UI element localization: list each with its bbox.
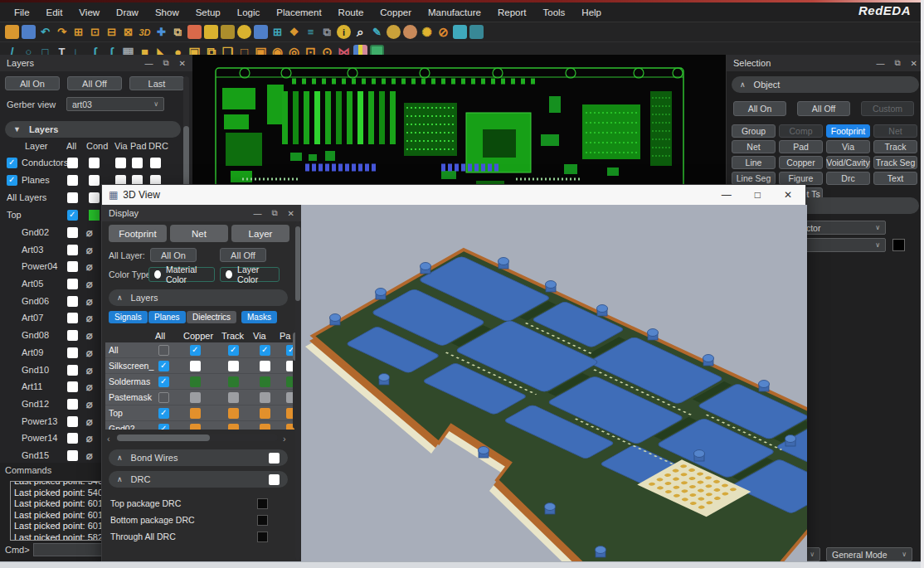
ban-icon[interactable]: ⊘	[436, 25, 450, 39]
world-icon[interactable]	[387, 25, 401, 39]
selection-all-on-button[interactable]: All On	[733, 101, 786, 116]
visibility-hidden-icon[interactable]: ⌀	[86, 398, 93, 410]
open-file-icon[interactable]	[5, 25, 19, 39]
layer-color-radio[interactable]: Layer Color	[220, 267, 280, 282]
pen-icon[interactable]: ✎	[370, 25, 384, 39]
via-cell[interactable]	[260, 361, 270, 371]
bond-wires-checkbox[interactable]	[269, 453, 280, 464]
layer-checkbox[interactable]	[67, 416, 78, 427]
copper-cell[interactable]	[190, 424, 201, 430]
delete-icon[interactable]	[187, 25, 202, 39]
object-filter-button[interactable]: Group	[732, 124, 776, 138]
3d-table-hscrollbar[interactable]	[115, 434, 278, 441]
layer-enable-checkbox[interactable]	[158, 408, 169, 419]
layer-checkbox[interactable]	[67, 245, 78, 255]
visibility-hidden-icon[interactable]: ⌀	[86, 244, 93, 256]
zoom-region-icon[interactable]: ⊡	[88, 25, 102, 39]
gerber-view-dropdown[interactable]: art03 ∨	[66, 97, 164, 111]
visibility-hidden-icon[interactable]: ⌀	[86, 260, 93, 273]
minimize-icon[interactable]: —	[722, 189, 732, 201]
flow-export-icon[interactable]	[453, 25, 467, 39]
minimize-icon[interactable]: —	[253, 209, 261, 218]
report-doc-icon[interactable]	[254, 25, 268, 39]
layer-checkbox[interactable]	[67, 279, 78, 289]
object-filter-button[interactable]: Track	[873, 140, 917, 153]
layer-checkbox[interactable]	[67, 330, 78, 341]
object-filter-button[interactable]: Line	[732, 156, 776, 169]
redo-icon[interactable]: ↷	[55, 25, 69, 39]
track-cell[interactable]	[228, 424, 239, 430]
visibility-hidden-icon[interactable]: ⌀	[86, 278, 93, 290]
object-filter-button[interactable]: Copper	[779, 156, 823, 169]
copper-cell[interactable]	[190, 361, 201, 371]
planes-checkbox[interactable]	[7, 175, 17, 186]
layer-checkbox[interactable]	[67, 347, 78, 358]
layer-color-swatch[interactable]	[892, 239, 905, 251]
menu-item[interactable]: Draw	[109, 5, 146, 20]
menu-item[interactable]: Manufacture	[421, 5, 489, 20]
copy-icon[interactable]: ⧉	[171, 25, 185, 39]
layer-enable-checkbox[interactable]	[158, 376, 169, 387]
layer-checkbox[interactable]	[67, 296, 78, 307]
info-icon[interactable]: i	[337, 25, 351, 39]
track-cell[interactable]	[228, 345, 239, 356]
visibility-hidden-icon[interactable]: ⌀	[86, 312, 93, 324]
move-icon[interactable]: ✚	[154, 25, 168, 39]
object-filter-button[interactable]: Track Seg	[873, 156, 917, 169]
menu-item[interactable]: Setup	[188, 5, 228, 20]
material-color-radio[interactable]: Material Color	[148, 267, 215, 282]
close-icon[interactable]: ✕	[288, 209, 294, 218]
menu-item[interactable]: Copper	[372, 5, 419, 20]
via-cell[interactable]	[260, 345, 270, 356]
gear-icon[interactable]: ✺	[420, 25, 434, 39]
3d-layers-section-header[interactable]: ∧ Layers	[109, 289, 288, 306]
display-all-off-button[interactable]: All Off	[220, 248, 266, 262]
drc-color-swatch[interactable]	[257, 498, 268, 509]
visibility-hidden-icon[interactable]: ⌀	[86, 381, 93, 393]
layer-checkbox[interactable]	[67, 227, 78, 238]
visibility-hidden-icon[interactable]: ⌀	[86, 449, 93, 462]
layer-enable-checkbox[interactable]	[158, 361, 169, 371]
unlock-icon[interactable]	[221, 25, 235, 39]
close-icon[interactable]: ✕	[911, 59, 917, 68]
track-cell[interactable]	[228, 361, 239, 371]
zoom-selected-icon[interactable]: ⊠	[121, 25, 135, 39]
object-filter-button[interactable]: Pad	[779, 140, 823, 153]
layer-checkbox[interactable]	[67, 313, 78, 323]
layer-checkbox[interactable]	[67, 450, 78, 461]
tab-layer[interactable]: Layer	[231, 225, 289, 242]
via-cell[interactable]	[260, 424, 270, 430]
bond-wires-section-header[interactable]: ∧ Bond Wires	[109, 449, 288, 466]
3d-view-icon[interactable]: 3D	[138, 25, 152, 39]
display-pane-titlebar[interactable]: Display — ⧉ ✕	[102, 205, 301, 221]
layer-checkbox[interactable]	[67, 261, 78, 272]
scroll-left-icon[interactable]: ‹	[107, 434, 110, 444]
copper-cell[interactable]	[190, 408, 201, 419]
menu-item[interactable]: Edit	[39, 5, 71, 20]
layers-panel-titlebar[interactable]: Layers — ⧉ ✕	[0, 55, 192, 71]
maximize-icon[interactable]: □	[755, 189, 761, 201]
menu-item[interactable]: Help	[574, 5, 609, 20]
menu-item[interactable]: Report	[490, 5, 534, 20]
via-cell[interactable]	[260, 408, 270, 419]
object-filter-button[interactable]: Net	[732, 140, 776, 153]
tab-footprint[interactable]: Footprint	[109, 225, 167, 242]
layer-checkbox[interactable]	[67, 433, 78, 444]
display-all-on-button[interactable]: All On	[150, 248, 197, 262]
display-pane-scrollbar[interactable]	[295, 221, 300, 560]
chip-masks[interactable]: Masks	[241, 311, 277, 323]
search-icon[interactable]: ⌕	[353, 25, 367, 39]
track-cell[interactable]	[228, 408, 239, 419]
drc-checkbox[interactable]	[269, 474, 280, 485]
hand-icon[interactable]	[403, 25, 417, 39]
layer-enable-checkbox[interactable]	[158, 424, 169, 430]
copper-cell[interactable]	[190, 345, 201, 356]
drc-color-swatch[interactable]	[257, 532, 268, 542]
layers-all-on-button[interactable]: All On	[5, 76, 60, 90]
drc-section-header[interactable]: ∧ DRC	[109, 471, 288, 488]
lock-icon[interactable]	[204, 25, 218, 39]
menu-item[interactable]: Route	[331, 5, 372, 20]
menu-item[interactable]: Placement	[269, 5, 328, 20]
chip-signals[interactable]: Signals	[109, 311, 148, 323]
visibility-hidden-icon[interactable]: ⌀	[86, 329, 93, 342]
